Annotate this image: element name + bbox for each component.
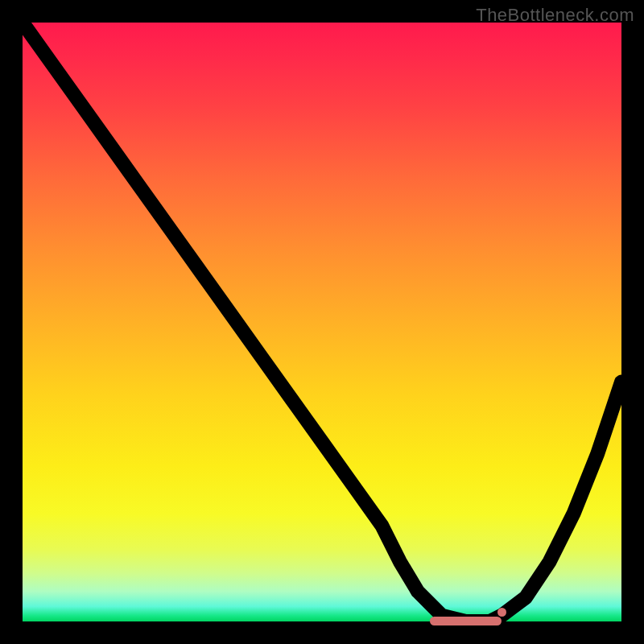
- optimal-range-marker: [430, 617, 502, 625]
- curve-path: [23, 23, 621, 621]
- plot-area: [23, 23, 621, 621]
- chart-frame: TheBottleneck.com: [0, 0, 644, 644]
- optimal-point-marker: [497, 608, 506, 617]
- bottleneck-curve: [23, 23, 621, 621]
- watermark-text: TheBottleneck.com: [476, 5, 634, 26]
